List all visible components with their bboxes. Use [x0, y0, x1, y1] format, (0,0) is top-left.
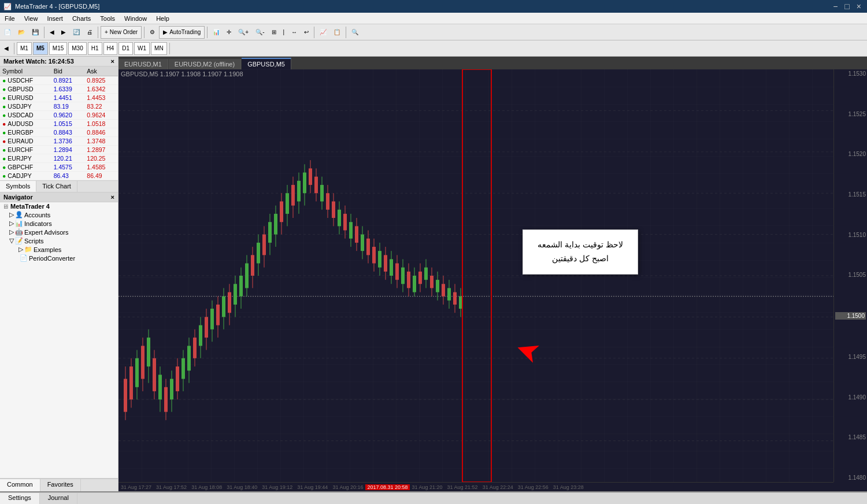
nav-metatrader4[interactable]: 🖥 MetaTrader 4: [0, 202, 118, 210]
svg-rect-17: [135, 358, 139, 387]
minimize-button[interactable]: −: [831, 2, 840, 11]
market-row[interactable]: ●GBPCHF 1.4575 1.4585: [0, 163, 118, 172]
tf-h1[interactable]: H1: [88, 42, 102, 55]
tf-m5[interactable]: M5: [33, 42, 48, 55]
search-btn[interactable]: 🔍: [349, 26, 361, 39]
menu-insert[interactable]: Insert: [42, 13, 68, 24]
zoom-out-btn[interactable]: 🔍-: [253, 26, 267, 39]
market-row[interactable]: ●EURGBP 0.8843 0.8846: [0, 128, 118, 137]
forward-btn[interactable]: ▶: [58, 26, 69, 39]
new-chart-btn[interactable]: 📄: [1, 26, 14, 39]
tf-w1[interactable]: W1: [134, 42, 150, 55]
svg-rect-101: [378, 251, 381, 268]
svg-rect-63: [268, 222, 272, 243]
line-studies-btn[interactable]: 📊: [210, 26, 223, 39]
market-row[interactable]: ●EURJPY 120.21 120.25: [0, 154, 118, 163]
menu-window[interactable]: Window: [120, 13, 151, 24]
menu-charts[interactable]: Charts: [68, 13, 95, 24]
market-row[interactable]: ●CADJPY 86.43 86.49: [0, 172, 118, 180]
market-row[interactable]: ●USDJPY 83.19 83.22: [0, 102, 118, 111]
navigator-close-icon[interactable]: ×: [111, 194, 114, 201]
refresh-btn[interactable]: 🔄: [70, 26, 83, 39]
tf-arrow-left[interactable]: ◀: [1, 42, 12, 55]
close-button[interactable]: ×: [854, 2, 864, 11]
zoom-in-btn[interactable]: 🔍+: [235, 26, 251, 39]
market-row[interactable]: ●USDCHF 0.8921 0.8925: [0, 76, 118, 85]
menu-view[interactable]: View: [20, 13, 43, 24]
market-row[interactable]: ●EURAUD 1.3736 1.3748: [0, 137, 118, 146]
tab-tick-chart[interactable]: Tick Chart: [36, 181, 77, 192]
svg-rect-61: [262, 235, 266, 255]
tab-settings[interactable]: Settings: [0, 493, 40, 504]
tf-mn[interactable]: MN: [151, 42, 167, 55]
svg-rect-95: [361, 235, 364, 251]
svg-rect-47: [222, 297, 225, 317]
nav-ea-icon: 🤖: [15, 228, 23, 236]
menu-file[interactable]: File: [0, 13, 20, 24]
print-btn[interactable]: 🖨: [84, 26, 95, 39]
period-sep-btn[interactable]: |: [280, 26, 288, 39]
nav-indicator-icon: 📊: [15, 220, 23, 227]
open-btn[interactable]: 📂: [15, 26, 28, 39]
tf-h4[interactable]: H4: [103, 42, 118, 55]
market-row[interactable]: ●EURCHF 1.2894 1.2897: [0, 146, 118, 154]
svg-rect-25: [158, 375, 162, 399]
svg-rect-65: [274, 214, 277, 235]
ask-cell: 1.4453: [84, 94, 118, 102]
tf-d1[interactable]: D1: [118, 42, 133, 55]
symbol-cell: ●EURUSD: [0, 94, 51, 102]
grid-btn[interactable]: ⊞: [269, 26, 279, 39]
save-btn[interactable]: 💾: [29, 26, 42, 39]
back-btn[interactable]: ◀: [47, 26, 57, 39]
svg-rect-35: [187, 346, 191, 370]
tab-journal[interactable]: Journal: [40, 493, 77, 504]
crosshair-btn[interactable]: ✛: [224, 26, 234, 39]
tab-symbols[interactable]: Symbols: [0, 181, 36, 192]
new-order-btn[interactable]: + New Order: [101, 26, 142, 39]
nav-indicators[interactable]: ▷ 📊 Indicators: [0, 219, 118, 228]
market-watch-close-icon[interactable]: ×: [111, 58, 114, 65]
market-row[interactable]: ●EURUSD 1.4451 1.4453: [0, 94, 118, 102]
svg-rect-77: [309, 168, 312, 185]
market-row[interactable]: ●USDCAD 0.9620 0.9624: [0, 111, 118, 120]
chart-tab-eurusd-m2[interactable]: EURUSD,M2 (offline): [169, 59, 241, 69]
svg-rect-39: [199, 325, 202, 346]
tf-m1[interactable]: M1: [17, 42, 32, 55]
svg-rect-111: [407, 272, 410, 288]
ask-cell: 0.8925: [84, 76, 118, 85]
autoscroll-btn[interactable]: ↩: [301, 26, 312, 39]
maximize-button[interactable]: □: [842, 2, 851, 11]
market-row[interactable]: ●AUDUSD 1.0515 1.0518: [0, 120, 118, 128]
nav-examples[interactable]: ▷ 📁 Examples: [0, 245, 118, 254]
chart-shift-btn[interactable]: ↔: [288, 26, 300, 39]
vertical-splitter[interactable]: [118, 57, 121, 491]
tab-common[interactable]: Common: [0, 479, 40, 491]
tf-m15[interactable]: M15: [49, 42, 67, 55]
menu-help[interactable]: Help: [151, 13, 174, 24]
nav-accounts[interactable]: ▷ 👤 Accounts: [0, 210, 118, 219]
compile-btn[interactable]: ⚙: [147, 26, 158, 39]
svg-rect-13: [124, 379, 127, 412]
menu-tools[interactable]: Tools: [95, 13, 120, 24]
auto-trading-btn[interactable]: ▶ AutoTrading: [159, 26, 205, 39]
nav-period-converter[interactable]: 📄 PeriodConverter: [0, 254, 118, 262]
autotrading-icon: ▶: [163, 29, 168, 35]
indicator-btn[interactable]: 📈: [317, 26, 329, 39]
nav-expert-advisors[interactable]: ▷ 🤖 Expert Advisors: [0, 228, 118, 236]
market-row[interactable]: ●GBPUSD 1.6339 1.6342: [0, 85, 118, 94]
chart-tab-eurusd-m1[interactable]: EURUSD,M1: [118, 59, 168, 69]
chart-tab-gbpusd-m5[interactable]: GBPUSD,M5: [242, 58, 291, 69]
symbol-cell: ●GBPUSD: [0, 85, 51, 94]
svg-rect-29: [170, 379, 173, 400]
ask-cell: 1.4585: [84, 163, 118, 172]
market-watch-tabs: Symbols Tick Chart: [0, 180, 118, 192]
tf-m30[interactable]: M30: [68, 42, 86, 55]
nav-scripts[interactable]: ▽ 📝 Scripts: [0, 236, 118, 245]
bid-cell: 120.21: [51, 154, 85, 163]
nav-folder-icon: 📁: [24, 246, 32, 253]
tpl-btn[interactable]: 📋: [331, 26, 343, 39]
svg-rect-19: [141, 346, 144, 379]
tab-favorites[interactable]: Favorites: [40, 479, 81, 491]
chart-canvas[interactable]: GBPUSD,M5 1.1907 1.1908 1.1907 1.1908: [118, 69, 867, 491]
app-icon: 📈: [3, 3, 12, 10]
